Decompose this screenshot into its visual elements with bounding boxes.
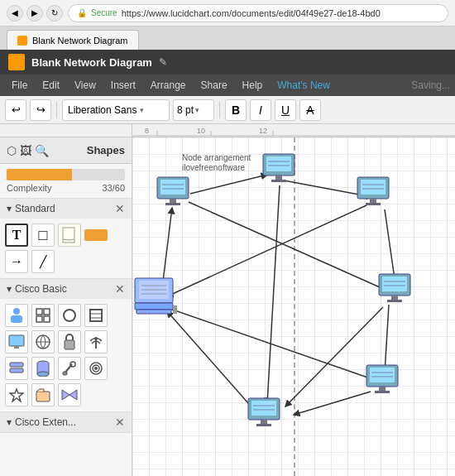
reload-button[interactable]: ↻ xyxy=(46,5,63,22)
svg-line-55 xyxy=(285,307,383,406)
svg-rect-89 xyxy=(370,368,395,382)
text-shape[interactable]: T xyxy=(5,224,28,247)
svg-rect-82 xyxy=(135,303,173,310)
cisco-network-shape[interactable] xyxy=(31,330,55,353)
back-button[interactable]: ◀ xyxy=(7,5,23,22)
cisco-star-shape[interactable] xyxy=(5,383,28,406)
cisco-person-shape[interactable] xyxy=(5,304,28,327)
orange-shape[interactable] xyxy=(84,229,108,241)
size-chevron-icon: ▾ xyxy=(195,106,199,114)
search-icon[interactable]: 🔍 xyxy=(35,144,49,157)
cisco-basic-chevron-icon: ▾ xyxy=(7,283,12,295)
shapes-icon[interactable]: ⬡ xyxy=(7,144,17,157)
annotation-subtitle: ilovefreenoftware xyxy=(182,163,246,172)
forward-button[interactable]: ▶ xyxy=(26,5,43,22)
cisco-cylinder-shape[interactable] xyxy=(31,357,55,380)
svg-rect-18 xyxy=(9,335,24,346)
cisco-ext-left: ▾ Cisco Exten... xyxy=(7,416,76,428)
image-icon[interactable]: 🖼 xyxy=(20,144,31,157)
svg-point-14 xyxy=(64,310,75,321)
svg-rect-84 xyxy=(173,305,177,314)
svg-rect-11 xyxy=(44,309,50,315)
bold-button[interactable]: B xyxy=(225,99,247,121)
diagonal-shape[interactable]: ╱ xyxy=(31,250,55,273)
svg-rect-75 xyxy=(382,276,407,291)
svg-point-31 xyxy=(37,372,49,377)
strikethrough-button[interactable]: A xyxy=(299,99,321,121)
menu-arrange[interactable]: Arrange xyxy=(144,77,193,94)
cisco-monitor-shape[interactable] xyxy=(5,330,28,353)
cisco-lock-shape[interactable] xyxy=(58,330,81,353)
standard-section-left: ▾ Standard xyxy=(7,203,55,214)
font-name: Liberation Sans xyxy=(68,104,136,116)
edit-icon[interactable]: ✎ xyxy=(159,56,167,68)
browser-bar: ◀ ▶ ↻ 🔒 Secure https://www.lucidchart.co… xyxy=(0,0,455,26)
svg-line-53 xyxy=(167,205,366,296)
svg-rect-26 xyxy=(10,368,23,373)
cisco-circle-shape[interactable] xyxy=(58,304,81,327)
cisco-target-shape[interactable] xyxy=(84,357,108,380)
annotation-title: Node arrangement xyxy=(182,153,251,162)
active-tab[interactable]: Blank Network Diagram xyxy=(7,30,139,50)
svg-marker-40 xyxy=(62,390,69,400)
svg-rect-91 xyxy=(375,391,390,393)
menu-edit[interactable]: Edit xyxy=(36,77,66,94)
svg-point-24 xyxy=(94,337,98,340)
svg-line-46 xyxy=(385,305,389,373)
font-selector[interactable]: Liberation Sans ▾ xyxy=(62,99,170,121)
network-diagram-svg: Node arrangement ilovefreenoftware xyxy=(132,137,455,476)
redo-button[interactable]: ↪ xyxy=(30,99,51,121)
left-panel: ⬡ 🖼 🔍 Shapes Complexity 33/60 ▾ Standard xyxy=(0,137,132,476)
app-title: Blank Network Diagram xyxy=(31,56,152,69)
svg-rect-90 xyxy=(379,387,386,391)
svg-rect-57 xyxy=(266,156,291,171)
panel-icon-group: ⬡ 🖼 🔍 xyxy=(7,144,49,157)
svg-rect-19 xyxy=(14,346,19,349)
secure-text: Secure xyxy=(91,8,117,17)
complexity-bar-fill xyxy=(7,169,72,180)
rect-shape[interactable]: □ xyxy=(31,224,55,247)
svg-line-47 xyxy=(294,392,371,415)
cisco-server-shape[interactable] xyxy=(5,357,28,380)
standard-close-icon[interactable]: ✕ xyxy=(115,202,125,215)
menu-view[interactable]: View xyxy=(68,77,103,94)
italic-button[interactable]: I xyxy=(250,99,271,121)
standard-shape-grid: T □ → ╱ xyxy=(0,219,132,278)
svg-rect-96 xyxy=(261,420,267,424)
menu-help[interactable]: Help xyxy=(236,77,270,94)
font-size-selector[interactable]: 8 pt ▾ xyxy=(173,99,214,121)
cisco-basic-label: Cisco Basic xyxy=(15,283,67,295)
complexity-title: Complexity xyxy=(7,183,51,193)
svg-rect-77 xyxy=(387,300,402,302)
cisco-folder-shape[interactable] xyxy=(31,383,55,406)
cisco-antenna-shape[interactable] xyxy=(84,330,108,353)
url-text: https://www.lucidchart.com/documents/edi… xyxy=(122,8,381,18)
cisco-box-shape[interactable] xyxy=(84,304,108,327)
menu-insert[interactable]: Insert xyxy=(104,77,142,94)
tab-favicon xyxy=(17,36,27,46)
cisco-basic-left: ▾ Cisco Basic xyxy=(7,283,67,295)
cisco-grid-shape[interactable] xyxy=(31,304,55,327)
cisco-bow-shape[interactable] xyxy=(58,383,81,406)
undo-button[interactable]: ↩ xyxy=(5,99,26,121)
underline-button[interactable]: U xyxy=(275,99,296,121)
menu-file[interactable]: File xyxy=(5,77,34,94)
cisco-ext-header[interactable]: ▾ Cisco Exten... ✕ xyxy=(0,412,132,432)
standard-section: ▾ Standard ✕ T □ → ╱ xyxy=(0,199,132,279)
toolbar-separator-1 xyxy=(56,102,57,118)
cisco-basic-header[interactable]: ▾ Cisco Basic ✕ xyxy=(0,279,132,299)
cisco-ext-close-icon[interactable]: ✕ xyxy=(115,416,125,429)
cisco-basic-close-icon[interactable]: ✕ xyxy=(115,282,125,296)
arrow-shape[interactable]: → xyxy=(5,250,28,273)
svg-rect-13 xyxy=(44,316,50,322)
standard-section-header[interactable]: ▾ Standard ✕ xyxy=(0,199,132,219)
saving-status: Saving... xyxy=(411,79,450,91)
menu-whats-new[interactable]: What's New xyxy=(271,77,337,94)
complexity-value: 33/60 xyxy=(102,183,125,193)
menu-share[interactable]: Share xyxy=(194,77,234,94)
doc-shape[interactable] xyxy=(58,224,81,247)
canvas-area[interactable]: Node arrangement ilovefreenoftware xyxy=(132,137,455,476)
address-bar[interactable]: 🔒 Secure https://www.lucidchart.com/docu… xyxy=(68,4,448,22)
cisco-tools-shape[interactable] xyxy=(58,357,81,380)
standard-chevron-icon: ▾ xyxy=(7,203,12,214)
